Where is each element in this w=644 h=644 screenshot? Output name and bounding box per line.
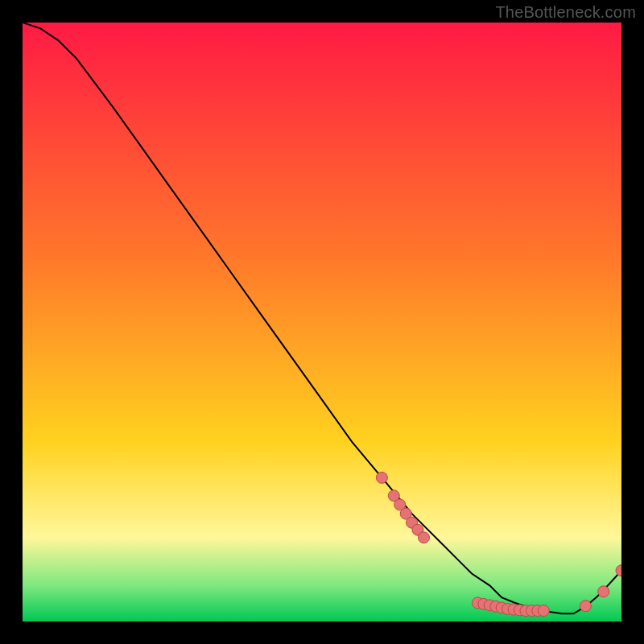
data-point (376, 472, 387, 483)
data-point (538, 605, 549, 617)
watermark-text: TheBottleneck.com (495, 3, 636, 22)
chart-stage: TheBottleneck.com (0, 0, 644, 644)
chart-svg (23, 23, 621, 621)
data-point (419, 532, 430, 543)
gradient-background (23, 23, 621, 621)
plot-area (23, 23, 621, 621)
data-point (598, 586, 609, 597)
data-point (580, 601, 591, 612)
